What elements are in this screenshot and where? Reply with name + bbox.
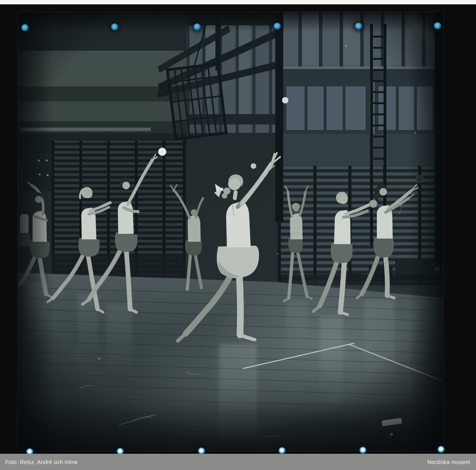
photo-artwork bbox=[18, 12, 443, 451]
photo-vignette bbox=[18, 12, 443, 451]
photographer-credit: Foto: Reisz, André och Irène bbox=[5, 459, 78, 465]
gymnasium-photograph bbox=[18, 12, 443, 451]
scanned-negative-page: Foto: Reisz, André och Irène Nordiska mu… bbox=[0, 0, 476, 470]
institution-name: Nordiska museet bbox=[427, 459, 470, 465]
caption-bar: Foto: Reisz, André och Irène Nordiska mu… bbox=[0, 454, 476, 470]
scan-top-white-strip bbox=[0, 0, 476, 4]
